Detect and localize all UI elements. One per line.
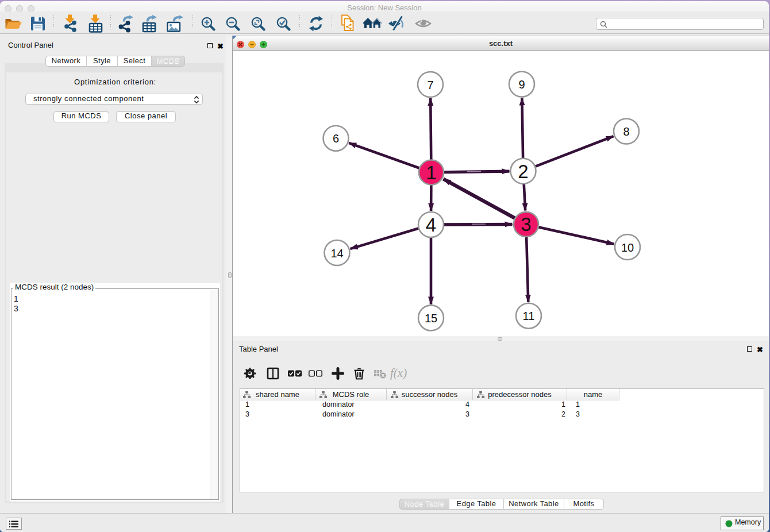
svg-text:4: 4 [426, 214, 436, 236]
svg-text:8: 8 [623, 125, 629, 138]
svg-text:f(x): f(x) [390, 366, 407, 380]
svg-text:15: 15 [425, 312, 437, 325]
svg-text:3: 3 [521, 214, 531, 235]
svg-text:9: 9 [518, 78, 525, 91]
svg-text:11: 11 [523, 310, 535, 322]
svg-text:2: 2 [518, 161, 528, 182]
svg-text:14: 14 [330, 247, 343, 260]
svg-text:10: 10 [621, 241, 634, 254]
svg-text:1: 1 [426, 162, 436, 183]
svg-text:7: 7 [427, 79, 433, 91]
svg-text:6: 6 [333, 132, 339, 145]
